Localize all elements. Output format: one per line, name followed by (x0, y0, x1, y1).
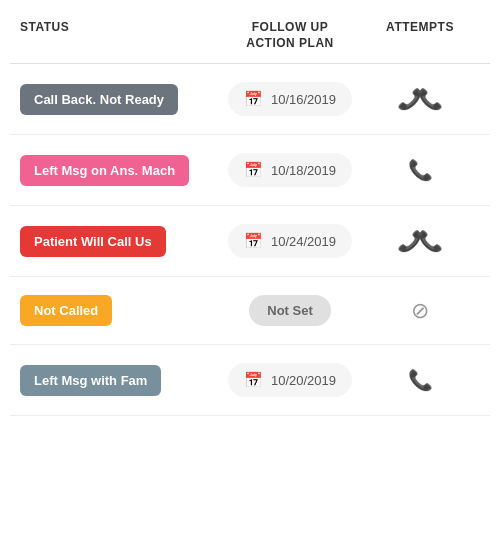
status-badge: Left Msg with Fam (20, 365, 161, 396)
date-text: 10/24/2019 (271, 234, 336, 249)
calendar-icon: 📅 (244, 161, 263, 179)
table-header: STATUS FOLLOW UPACTION PLAN ATTEMPTS (10, 20, 490, 64)
date-text: 10/16/2019 (271, 92, 336, 107)
attempts-cell: ⊘ (360, 298, 480, 324)
date-text: 10/18/2019 (271, 163, 336, 178)
phone-icon: 📞 (408, 368, 433, 392)
follow-up-cell: 📅10/24/2019 (220, 224, 360, 258)
date-pill: 📅10/16/2019 (228, 82, 352, 116)
attempts-cell: 📞📞 (360, 87, 480, 111)
header-attempts: ATTEMPTS (360, 20, 480, 51)
table-body: Call Back. Not Ready📅10/16/2019📞📞Left Ms… (10, 64, 490, 416)
table-row: Not CalledNot Set⊘ (10, 277, 490, 345)
attempts-cell: 📞 (360, 158, 480, 182)
table-row: Call Back. Not Ready📅10/16/2019📞📞 (10, 64, 490, 135)
phone-icon: 📞 (408, 158, 433, 182)
header-follow-up: FOLLOW UPACTION PLAN (220, 20, 360, 51)
status-cell: Call Back. Not Ready (20, 84, 220, 115)
status-cell: Patient Will Call Us (20, 226, 220, 257)
table-row: Patient Will Call Us📅10/24/2019📞📞 (10, 206, 490, 277)
status-badge: Patient Will Call Us (20, 226, 166, 257)
calendar-icon: 📅 (244, 90, 263, 108)
follow-up-cell: 📅10/20/2019 (220, 363, 360, 397)
status-cell: Not Called (20, 295, 220, 326)
calendar-icon: 📅 (244, 232, 263, 250)
double-phone-icon: 📞📞 (397, 87, 443, 111)
calendar-icon: 📅 (244, 371, 263, 389)
date-pill: 📅10/24/2019 (228, 224, 352, 258)
main-table: STATUS FOLLOW UPACTION PLAN ATTEMPTS Cal… (0, 0, 500, 436)
not-set-pill: Not Set (249, 295, 331, 326)
status-badge: Left Msg on Ans. Mach (20, 155, 189, 186)
status-badge: Not Called (20, 295, 112, 326)
status-cell: Left Msg with Fam (20, 365, 220, 396)
date-pill: 📅10/20/2019 (228, 363, 352, 397)
attempts-cell: 📞📞 (360, 229, 480, 253)
attempts-cell: 📞 (360, 368, 480, 392)
table-row: Left Msg on Ans. Mach📅10/18/2019📞 (10, 135, 490, 206)
phone-icon-left: 📞 (397, 229, 422, 253)
follow-up-cell: 📅10/18/2019 (220, 153, 360, 187)
date-text: 10/20/2019 (271, 373, 336, 388)
no-entry-icon: ⊘ (411, 298, 429, 324)
status-cell: Left Msg on Ans. Mach (20, 155, 220, 186)
follow-up-cell: Not Set (220, 295, 360, 326)
date-pill: 📅10/18/2019 (228, 153, 352, 187)
follow-up-cell: 📅10/16/2019 (220, 82, 360, 116)
header-status: STATUS (20, 20, 220, 51)
double-phone-icon: 📞📞 (397, 229, 443, 253)
status-badge: Call Back. Not Ready (20, 84, 178, 115)
table-row: Left Msg with Fam📅10/20/2019📞 (10, 345, 490, 416)
phone-icon-left: 📞 (397, 87, 422, 111)
